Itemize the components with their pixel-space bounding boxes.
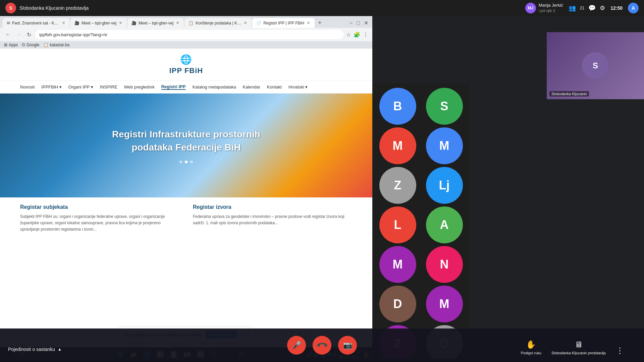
registar-izvora-text: Federalna uprava za geodetske i imovinsk…: [193, 214, 352, 226]
site-logo: 🌐 IPP FBiH: [169, 54, 203, 75]
close-btn[interactable]: ✕: [363, 18, 370, 27]
top-icons: 👥 21 💬 ⚙: [569, 4, 605, 12]
nav-jezik[interactable]: Hrvatski: [288, 84, 308, 89]
tab-close[interactable]: ✕: [61, 20, 66, 26]
back-btn[interactable]: ←: [4, 30, 12, 39]
settings-icon[interactable]: ⚙: [600, 4, 605, 12]
bookmark-google[interactable]: G Google: [22, 43, 39, 47]
site-header: 🌐 IPP FBiH: [0, 49, 372, 81]
registar-izvora-title: Registar izvora: [193, 204, 352, 210]
tab-title: Meet – tqd-gber-vej: [82, 21, 116, 25]
nav-organi[interactable]: Organi IPP: [68, 84, 93, 89]
forward-btn[interactable]: →: [15, 30, 23, 39]
end-call-btn[interactable]: 📞: [313, 336, 331, 355]
share-screen-action[interactable]: 🖥 Slobodanka Kljucanin predstavlja: [551, 340, 606, 355]
tab-favicon: 📋: [189, 21, 194, 25]
user-avatar[interactable]: A: [628, 3, 639, 13]
bottom-controls: Pojedinosti o sastanku ▲ 🎤 📞 📷 ✋ Podigni…: [0, 328, 644, 362]
nav-kalendar[interactable]: Kalendar: [243, 84, 260, 89]
bottom-right-controls: ✋ Podigni ruku 🖥 Slobodanka Kljucanin pr…: [521, 340, 624, 355]
presenter-avatar: S: [5, 3, 16, 13]
participant-M3[interactable]: M: [379, 246, 416, 283]
content-left: Registar subjekata Subjekti IPP FBiH su:…: [13, 204, 186, 233]
participant-M4[interactable]: M: [426, 286, 463, 322]
nav-inspire[interactable]: INSPIRE: [100, 84, 117, 89]
tab-close[interactable]: ✕: [118, 20, 123, 26]
nav-ippfbih[interactable]: IPPFBiH: [41, 84, 61, 89]
video-btn[interactable]: 📷: [338, 336, 357, 355]
restore-btn[interactable]: □: [355, 19, 361, 27]
participant-S[interactable]: S: [426, 88, 463, 125]
dot-3[interactable]: [190, 161, 193, 163]
video-off-icon: 📷: [343, 341, 352, 350]
apps-icon: ⊞: [4, 43, 7, 47]
more-action[interactable]: ⋮: [616, 346, 624, 355]
tab-title: Korištenje podataka | Katastar.ba: [196, 21, 241, 25]
hero-dots: [179, 161, 193, 163]
raise-hand-action[interactable]: ✋ Podigni ruku: [521, 340, 541, 355]
dot-2[interactable]: [185, 161, 187, 163]
participant-N[interactable]: N: [426, 246, 463, 283]
star-icon[interactable]: ☆: [346, 32, 351, 38]
raise-hand-label: Podigni ruku: [521, 351, 541, 355]
phone-icon: 📞: [316, 339, 328, 351]
tab-4[interactable]: 📋 Korištenje podataka | Katastar.ba ✕: [184, 18, 252, 28]
participant-M2[interactable]: M: [426, 127, 463, 164]
content-right: Registar izvora Federalna uprava za geod…: [186, 204, 359, 233]
main-area: ✉ Fwd: Znanstveni sat - Kratki Živo... ✕…: [0, 16, 644, 362]
nav-web[interactable]: Web pregledník: [124, 84, 155, 89]
bookmark-apps[interactable]: ⊞ Apps: [4, 43, 18, 47]
mute-btn[interactable]: 🎤: [287, 336, 306, 355]
presenter-video-label: Slobodanka Kljucanin: [549, 91, 589, 97]
top-bar: S Slobodanka Kljucanin predstavlja MJ Ma…: [0, 0, 644, 16]
nav-kontakt[interactable]: Kontakt: [267, 84, 282, 89]
tab-2[interactable]: 🎥 Meet – tqd-gber-vej ✕: [70, 18, 127, 28]
dot-1[interactable]: [179, 161, 182, 163]
nav-katalog[interactable]: Katalog metapodataka: [193, 84, 236, 89]
participant-Z1[interactable]: Z: [379, 167, 416, 204]
tab-favicon: 🎥: [74, 21, 79, 25]
address-bar-input[interactable]: [35, 30, 343, 39]
participant-D1[interactable]: D: [379, 286, 416, 322]
host-avatar: MJ: [525, 3, 536, 13]
extension-icon[interactable]: 🧩: [354, 32, 360, 38]
tab-5-active[interactable]: 📄 Registri IPP | IPP FBiH ✕: [252, 18, 315, 28]
chat-icon[interactable]: 💬: [588, 4, 596, 12]
bookmark-katastar[interactable]: 📋 katastar.ba: [43, 43, 69, 47]
tab-title: Fwd: Znanstveni sat - Kratki Živo...: [12, 21, 59, 25]
participant-A[interactable]: A: [426, 206, 463, 243]
address-bar-row: ← → ↻ ☆ 🧩 ⋮: [0, 28, 372, 41]
refresh-btn[interactable]: ↻: [25, 30, 33, 39]
browser-chrome: ✉ Fwd: Znanstveni sat - Kratki Živo... ✕…: [0, 16, 372, 49]
tab-close[interactable]: ✕: [243, 20, 248, 26]
participants-icon[interactable]: 👥: [569, 4, 576, 12]
bookmarks-bar: ⊞ Apps G Google 📋 katastar.ba: [0, 41, 372, 49]
presenter-video-avatar: S: [582, 52, 609, 79]
meeting-info[interactable]: Pojedinosti o sastanku ▲: [8, 347, 62, 352]
participant-M1[interactable]: M: [379, 127, 416, 164]
tab-title: Registri IPP | IPP FBiH: [263, 21, 304, 25]
tab-3[interactable]: 🎥 Meet – tqd-gber-vej ✕: [127, 18, 184, 28]
participant-L[interactable]: L: [379, 206, 416, 243]
presenter-name: Slobodanka Kljucanin predstavlja: [19, 5, 89, 11]
participant-B[interactable]: B: [379, 88, 416, 125]
nav-registri[interactable]: Registri IPP: [161, 84, 186, 90]
registar-subjekata-text: Subjekti IPP FBiH su: organi i organizac…: [20, 214, 179, 233]
chevron-up-icon: ▲: [58, 347, 62, 352]
participants-panel: B S M M Z Lj L A M N D M Z D M M: [372, 83, 470, 362]
presenter-video: S Slobodanka Kljucanin: [547, 32, 644, 99]
minimize-btn[interactable]: −: [348, 19, 354, 27]
registar-subjekata-title: Registar subjekata: [20, 204, 179, 210]
participant-Lj[interactable]: Lj: [426, 167, 463, 204]
new-tab-button[interactable]: +: [315, 18, 324, 28]
participants-grid: B S M M Z Lj L A M N D M Z D M M: [376, 86, 466, 359]
tab-1[interactable]: ✉ Fwd: Znanstveni sat - Kratki Živo... ✕: [3, 18, 70, 28]
presenter-video-inner: S Slobodanka Kljucanin: [547, 32, 644, 99]
meeting-label: Pojedinosti o sastanku: [8, 347, 55, 352]
tab-close[interactable]: ✕: [306, 20, 311, 26]
tab-close[interactable]: ✕: [175, 20, 180, 26]
menu-icon[interactable]: ⋮: [363, 32, 368, 38]
site-nav: Novosti IPPFBiH Organi IPP INSPIRE Web p…: [0, 81, 372, 94]
nav-novosti[interactable]: Novosti: [20, 84, 35, 89]
hero-section: Registri Infrastrukture prostornih podat…: [0, 94, 372, 197]
